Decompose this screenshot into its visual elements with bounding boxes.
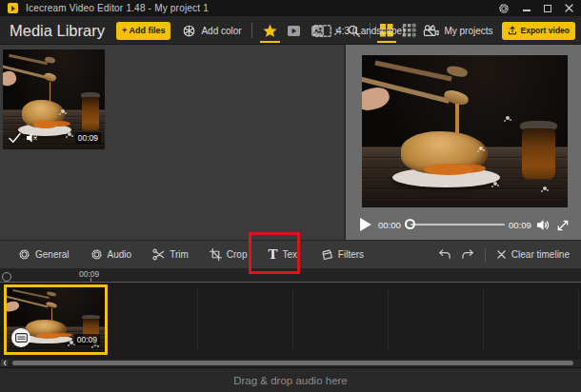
- title-bar: Icecream Video Editor 1.48 - My project …: [0, 0, 581, 16]
- projector-icon: [423, 25, 439, 37]
- ruler-time-mark: 00:09: [79, 269, 99, 279]
- audio-track-dropzone[interactable]: Drag & drop audio here: [0, 367, 581, 392]
- clip-duration-badge: 00:09: [74, 334, 100, 345]
- clip-properties-icon[interactable]: [11, 328, 30, 347]
- audio-button[interactable]: Audio: [80, 241, 143, 269]
- add-color-label[interactable]: Add color: [201, 26, 241, 36]
- media-library-item[interactable]: 00:09: [3, 49, 105, 149]
- maximize-icon[interactable]: [544, 5, 551, 12]
- clear-x-icon: [497, 250, 506, 259]
- video-preview: [362, 55, 568, 207]
- scrollbar-handle[interactable]: [12, 361, 573, 365]
- text-button[interactable]: T Text: [257, 241, 310, 269]
- app-window: Icecream Video Editor 1.48 - My project …: [0, 0, 581, 392]
- filters-icon: [321, 248, 333, 261]
- text-tool-icon: T: [268, 247, 277, 262]
- play-button[interactable]: [360, 218, 371, 231]
- fullscreen-icon[interactable]: [556, 219, 570, 232]
- general-button[interactable]: General: [8, 241, 80, 269]
- crop-button[interactable]: Crop: [199, 241, 258, 269]
- tab-videos[interactable]: [286, 16, 302, 45]
- seek-bar[interactable]: [411, 224, 505, 225]
- duration-label: 00:09: [509, 220, 531, 230]
- timeline-scrollbar[interactable]: [0, 359, 581, 367]
- current-time-label: 00:00: [378, 220, 401, 230]
- trim-button[interactable]: Trim: [142, 241, 199, 269]
- clear-timeline-button[interactable]: Clear timeline: [495, 241, 571, 269]
- aspect-ratio-icon: [313, 25, 331, 37]
- scissors-icon: [152, 248, 165, 261]
- add-files-button[interactable]: + Add files: [116, 22, 170, 40]
- gear-icon: [18, 248, 30, 261]
- color-wheel-icon[interactable]: [182, 24, 196, 38]
- timeline-ruler[interactable]: 00:09: [0, 268, 581, 283]
- export-video-button[interactable]: Export video: [502, 22, 575, 40]
- minimize-icon[interactable]: [523, 10, 531, 11]
- seek-knob[interactable]: [405, 219, 415, 229]
- settings-gear-icon[interactable]: [498, 3, 510, 14]
- preview-panel: 00:00 00:09: [344, 45, 581, 240]
- gear-icon: [90, 248, 103, 261]
- video-frame-photo: [362, 55, 568, 207]
- edit-toolbar: General Audio Trim Crop T Text Filters: [0, 240, 581, 268]
- scroll-left-button[interactable]: [1, 360, 8, 366]
- header-bar: Media Library + Add files Add color ♪: [0, 16, 581, 45]
- upload-icon: [508, 26, 517, 35]
- playhead-handle[interactable]: [2, 272, 11, 282]
- media-library-panel: 00:09: [0, 45, 344, 240]
- volume-icon[interactable]: [537, 219, 551, 231]
- my-projects-button[interactable]: My projects: [444, 26, 492, 36]
- filters-button[interactable]: Filters: [311, 241, 374, 269]
- redo-icon[interactable]: [461, 247, 475, 262]
- added-check-icon: [9, 132, 21, 144]
- timeline-clip[interactable]: 00:09: [4, 284, 108, 355]
- undo-icon[interactable]: [437, 247, 451, 262]
- thumb-duration-badge: 00:09: [75, 132, 101, 144]
- aspect-ratio-button[interactable]: 4:3 (Landscape): [336, 26, 405, 36]
- timeline-track[interactable]: 00:09: [0, 283, 581, 359]
- media-library-title: Media Library: [10, 22, 105, 40]
- window-title: Icecream Video Editor 1.48 - My project …: [26, 3, 209, 13]
- muted-speaker-icon[interactable]: [27, 133, 38, 143]
- crop-icon: [210, 248, 222, 261]
- ruler-tick: [90, 278, 91, 282]
- close-icon[interactable]: [565, 4, 573, 12]
- app-logo-icon: [8, 3, 18, 13]
- audio-drop-hint: Drag & drop audio here: [233, 375, 348, 386]
- tab-favorites[interactable]: [262, 16, 278, 45]
